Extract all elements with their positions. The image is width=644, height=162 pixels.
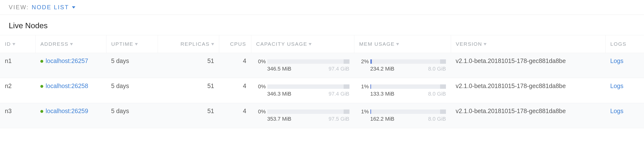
table-row: n3 localhost:26259 5 days 51 4 0% 353.7 … [0,103,644,128]
cell-address: localhost:26259 [36,103,106,128]
address-link[interactable]: localhost:26259 [46,107,88,114]
capacity-used: 353.7 MiB [267,116,292,122]
mem-bar: 2% 234.2 MiB 8.0 GiB [359,58,446,72]
view-bar: VIEW: NODE LIST [0,0,644,15]
capacity-pct: 0% [256,58,266,65]
sort-down-icon [211,43,214,46]
col-mem[interactable]: MEM USAGE [354,35,451,53]
capacity-bar: 0% 346.5 MiB 97.4 GiB [256,58,350,72]
capacity-used: 346.3 MiB [267,91,292,97]
cell-logs: Logs [605,78,644,103]
mem-pct: 1% [359,108,370,115]
bar-track [267,84,350,89]
cell-replicas: 51 [158,53,219,78]
bar-track [370,59,446,64]
cell-version: v2.1.0-beta.20181015-178-gec881da8be [451,53,605,78]
cell-id: n2 [0,78,36,103]
capacity-pct: 0% [256,83,266,90]
cell-uptime: 5 days [106,103,158,128]
sort-down-icon [396,43,399,46]
status-dot-icon [40,110,43,113]
cell-logs: Logs [605,53,644,78]
cell-version: v2.1.0-beta.20181015-178-gec881da8be [451,78,605,103]
capacity-pct: 0% [256,108,266,115]
cell-id: n1 [0,53,36,78]
cell-capacity: 0% 346.3 MiB 97.4 GiB [251,78,354,103]
mem-pct: 1% [359,83,370,90]
cell-cpus: 4 [219,78,251,103]
cell-address: localhost:26257 [36,53,106,78]
bar-track [370,109,446,114]
table-row: n2 localhost:26258 5 days 51 4 0% 346.3 … [0,78,644,103]
sort-down-icon [135,43,138,46]
table-header-row: ID ADDRESS UPTIME REPLICAS CPUS CAPACITY… [0,35,644,53]
cell-mem: 1% 162.2 MiB 8.0 GiB [354,103,451,128]
sort-down-icon [309,43,312,46]
cell-replicas: 51 [158,103,219,128]
col-logs: LOGS [605,35,644,53]
capacity-total: 97.4 GiB [328,91,350,97]
status-dot-icon [40,60,43,63]
capacity-bar: 0% 353.7 MiB 97.5 GiB [256,108,350,122]
mem-total: 8.0 GiB [428,116,446,122]
mem-used: 234.2 MiB [370,66,394,72]
cell-replicas: 51 [158,78,219,103]
col-replicas[interactable]: REPLICAS [158,35,219,53]
capacity-total: 97.4 GiB [328,66,350,72]
cell-capacity: 0% 346.5 MiB 97.4 GiB [251,53,354,78]
logs-link[interactable]: Logs [610,82,623,89]
cell-cpus: 4 [219,53,251,78]
cell-address: localhost:26258 [36,78,106,103]
cell-uptime: 5 days [106,78,158,103]
cell-mem: 2% 234.2 MiB 8.0 GiB [354,53,451,78]
cell-logs: Logs [605,103,644,128]
mem-pct: 2% [359,58,370,65]
capacity-used: 346.5 MiB [267,66,292,72]
address-link[interactable]: localhost:26258 [46,82,88,89]
sort-down-icon [70,43,73,46]
view-select[interactable]: NODE LIST [32,4,76,11]
mem-bar: 1% 133.3 MiB 8.0 GiB [359,83,446,97]
bar-fill [370,109,371,114]
bar-track [370,84,446,89]
col-cpus[interactable]: CPUS [219,35,251,53]
capacity-total: 97.5 GiB [328,116,350,122]
cell-uptime: 5 days [106,53,158,78]
section-title: Live Nodes [0,15,644,35]
cell-id: n3 [0,103,36,128]
col-id[interactable]: ID [0,35,36,53]
view-select-value: NODE LIST [32,4,69,11]
status-dot-icon [40,85,43,88]
col-version[interactable]: VERSION [451,35,605,53]
cell-capacity: 0% 353.7 MiB 97.5 GiB [251,103,354,128]
col-uptime[interactable]: UPTIME [106,35,158,53]
logs-link[interactable]: Logs [610,57,623,64]
mem-bar: 1% 162.2 MiB 8.0 GiB [359,108,446,122]
nodes-table: ID ADDRESS UPTIME REPLICAS CPUS CAPACITY… [0,35,644,128]
capacity-bar: 0% 346.3 MiB 97.4 GiB [256,83,350,97]
col-address[interactable]: ADDRESS [36,35,106,53]
sort-down-icon [12,43,15,46]
col-capacity[interactable]: CAPACITY USAGE [251,35,354,53]
cell-cpus: 4 [219,103,251,128]
bar-track [267,109,350,114]
caret-down-icon [72,6,75,9]
bar-track [267,59,350,64]
cell-mem: 1% 133.3 MiB 8.0 GiB [354,78,451,103]
table-row: n1 localhost:26257 5 days 51 4 0% 346.5 … [0,53,644,78]
mem-total: 8.0 GiB [428,66,446,72]
sort-down-icon [484,43,486,46]
mem-used: 133.3 MiB [370,91,394,97]
mem-used: 162.2 MiB [370,116,394,122]
view-label: VIEW: [9,4,29,11]
bar-fill [370,59,372,64]
address-link[interactable]: localhost:26257 [46,57,88,64]
logs-link[interactable]: Logs [610,107,623,114]
mem-total: 8.0 GiB [428,91,446,97]
cell-version: v2.1.0-beta.20181015-178-gec881da8be [451,103,605,128]
bar-fill [370,84,371,89]
